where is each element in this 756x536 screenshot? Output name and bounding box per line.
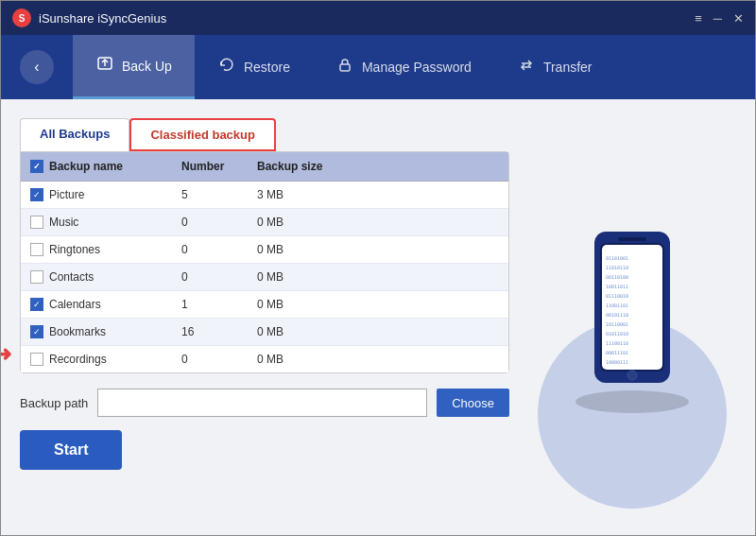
- phone-svg: 01101001 11010110 00110100 10011011 0111…: [557, 213, 708, 421]
- app-title: iSunshare iSyncGenius: [39, 11, 695, 26]
- nav-bar: ‹ Back Up R: [1, 35, 755, 99]
- backup-path-input[interactable]: [97, 389, 427, 417]
- svg-text:00101110: 00101110: [606, 312, 628, 318]
- checkbox-bookmarks[interactable]: ✓: [30, 325, 43, 338]
- svg-rect-2: [340, 64, 350, 71]
- start-button[interactable]: Start: [20, 430, 122, 470]
- cell-size-contacts: 0 MB: [248, 264, 342, 290]
- app-window: S iSunshare iSyncGenius ≡ ─ ✕ ‹ Back Up: [0, 0, 756, 536]
- cell-number-music: 0: [172, 209, 248, 235]
- back-button[interactable]: ‹: [20, 50, 54, 84]
- bottom-controls: Backup path Choose: [20, 389, 509, 417]
- cell-number-calendars: 1: [172, 291, 248, 318]
- svg-text:10000111: 10000111: [606, 359, 628, 365]
- app-logo: S: [12, 9, 31, 27]
- nav-password-label: Manage Password: [362, 60, 472, 75]
- checkbox-ringtones[interactable]: [30, 243, 43, 256]
- nav-restore-label: Restore: [244, 60, 290, 75]
- checkbox-music[interactable]: [30, 216, 43, 229]
- cell-number-picture: 5: [172, 182, 248, 208]
- svg-rect-7: [618, 237, 646, 241]
- main-content: All Backups Classified backup ➜ ✓ Backup…: [1, 99, 755, 536]
- svg-point-3: [576, 390, 689, 413]
- svg-text:10110001: 10110001: [606, 321, 628, 327]
- svg-point-20: [627, 371, 637, 380]
- nav-item-restore[interactable]: Restore: [195, 35, 313, 99]
- checkbox-recordings[interactable]: [30, 353, 43, 366]
- svg-text:11100110: 11100110: [606, 340, 628, 346]
- svg-text:01101001: 01101001: [606, 255, 628, 261]
- svg-text:01011010: 01011010: [606, 331, 628, 337]
- header-backup-name: ✓ Backup name: [21, 152, 172, 181]
- checkbox-calendars[interactable]: ✓: [30, 298, 43, 311]
- table-row: ✓ Calendars 1 0 MB: [21, 291, 508, 319]
- header-backup-size: Backup size: [248, 152, 342, 181]
- nav-transfer-label: Transfer: [543, 60, 593, 75]
- nav-items: Back Up Restore Manage: [73, 35, 736, 99]
- table-row: ✓ Picture 5 3 MB: [21, 182, 508, 209]
- menu-button[interactable]: ≡: [695, 11, 702, 26]
- tab-all-backups[interactable]: All Backups: [20, 118, 129, 151]
- window-controls: ≡ ─ ✕: [695, 11, 744, 26]
- cell-size-calendars: 0 MB: [248, 291, 342, 318]
- checkbox-contacts[interactable]: [30, 270, 43, 284]
- tabs: All Backups Classified backup: [20, 118, 509, 151]
- minimize-button[interactable]: ─: [713, 11, 722, 26]
- svg-text:11001101: 11001101: [606, 303, 628, 308]
- cell-number-recordings: 0: [172, 346, 248, 372]
- restore-icon: [217, 56, 236, 79]
- cell-name-music: Music: [21, 209, 172, 235]
- cell-size-picture: 3 MB: [248, 182, 342, 208]
- password-icon: [335, 56, 354, 79]
- table-row: Recordings 0 0 MB: [21, 346, 508, 372]
- title-bar: S iSunshare iSyncGenius ≡ ─ ✕: [1, 1, 755, 35]
- svg-text:11010110: 11010110: [606, 265, 628, 270]
- nav-backup-label: Back Up: [122, 59, 172, 74]
- nav-item-password[interactable]: Manage Password: [313, 35, 494, 99]
- phone-illustration: 01101001 11010110 00110100 10011011 0111…: [557, 213, 708, 424]
- cell-name-recordings: Recordings: [21, 346, 172, 372]
- svg-text:01110010: 01110010: [606, 293, 628, 299]
- transfer-icon: [517, 56, 536, 79]
- cell-name-bookmarks: ✓ Bookmarks: [21, 319, 172, 345]
- header-checkbox[interactable]: ✓: [30, 160, 43, 173]
- cell-size-ringtones: 0 MB: [248, 236, 342, 263]
- close-button[interactable]: ✕: [733, 11, 744, 26]
- table-row: Contacts 0 0 MB: [21, 264, 508, 291]
- cell-number-ringtones: 0: [172, 236, 248, 263]
- table-row: Music 0 0 MB: [21, 209, 508, 236]
- cell-name-ringtones: Ringtones: [21, 236, 172, 263]
- svg-text:10011011: 10011011: [606, 284, 628, 289]
- arrow-indicator: ➜: [0, 344, 11, 365]
- svg-text:00011101: 00011101: [606, 350, 628, 355]
- cell-name-calendars: ✓ Calendars: [21, 291, 172, 318]
- cell-name-contacts: Contacts: [21, 264, 172, 290]
- right-panel: 01101001 11010110 00110100 10011011 0111…: [528, 118, 736, 518]
- nav-item-backup[interactable]: Back Up: [73, 35, 195, 99]
- table-header: ✓ Backup name Number Backup size: [21, 152, 508, 182]
- backup-path-label: Backup path: [20, 396, 88, 410]
- backup-icon: [95, 54, 114, 78]
- table-row: ✓ Bookmarks 16 0 MB: [21, 319, 508, 346]
- table-row: Ringtones 0 0 MB: [21, 236, 508, 264]
- choose-button[interactable]: Choose: [437, 389, 509, 417]
- nav-item-transfer[interactable]: Transfer: [494, 35, 615, 99]
- cell-size-recordings: 0 MB: [248, 346, 342, 372]
- left-panel: All Backups Classified backup ➜ ✓ Backup…: [20, 118, 509, 518]
- cell-size-music: 0 MB: [248, 209, 342, 235]
- checkbox-picture[interactable]: ✓: [30, 188, 43, 201]
- cell-number-bookmarks: 16: [172, 319, 248, 345]
- tab-classified-backup[interactable]: Classified backup: [129, 118, 276, 151]
- cell-size-bookmarks: 0 MB: [248, 319, 342, 345]
- header-number: Number: [172, 152, 248, 181]
- svg-text:00110100: 00110100: [606, 274, 628, 280]
- backup-table: ➜ ✓ Backup name Number Backup size: [20, 151, 509, 373]
- cell-number-contacts: 0: [172, 264, 248, 290]
- cell-name-picture: ✓ Picture: [21, 182, 172, 208]
